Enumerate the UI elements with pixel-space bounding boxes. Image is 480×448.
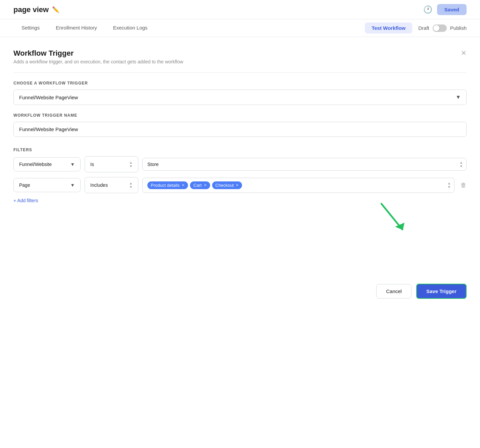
- main-content: Workflow Trigger Adds a workflow trigger…: [0, 37, 480, 235]
- green-arrow-svg: [371, 197, 415, 240]
- filter-operator-select-2[interactable]: Includes ▲▼: [85, 177, 138, 193]
- delete-filter-icon[interactable]: 🗑: [461, 182, 467, 189]
- cancel-button[interactable]: Cancel: [376, 284, 412, 298]
- chevron-down-icon: ▼: [70, 162, 75, 167]
- nav-tabs-right: Test Workflow Draft Publish: [365, 22, 467, 34]
- filter-target-box-1[interactable]: Store ▲▼: [142, 158, 467, 171]
- svg-marker-1: [395, 223, 404, 230]
- section-trigger-label: CHOOSE A WORKFLOW TRIGGER: [13, 81, 467, 86]
- trigger-type-dropdown[interactable]: Funnel/Website PageView ▼: [13, 90, 467, 105]
- sort-arrows-icon: ▲▼: [447, 181, 451, 189]
- edit-icon[interactable]: ✏️: [52, 6, 59, 13]
- toggle-knob: [433, 25, 439, 31]
- add-filters-label: + Add filters: [13, 198, 38, 203]
- filter-row-2: Page ▼ Includes ▲▼ Product details ✕ Car…: [13, 177, 467, 193]
- filter-type-dropdown-2[interactable]: Page ▼: [13, 178, 81, 192]
- sort-arrows-icon: ▲▼: [129, 181, 133, 189]
- tag-label: Checkout: [215, 183, 234, 188]
- chevron-down-icon: ▼: [70, 182, 75, 188]
- save-trigger-button[interactable]: Save Trigger: [416, 284, 467, 299]
- draft-publish-toggle: Draft Publish: [418, 24, 467, 32]
- sort-arrows-icon: ▲▼: [460, 161, 463, 168]
- tag-cart[interactable]: Cart ✕: [190, 181, 210, 189]
- filter-target-value-1: Store: [147, 162, 158, 167]
- trigger-name-input[interactable]: [13, 122, 467, 137]
- section-filters-label: FILTERS: [13, 148, 467, 152]
- publish-toggle[interactable]: [433, 24, 447, 32]
- tag-product-details[interactable]: Product details ✕: [147, 181, 188, 189]
- filters-section: FILTERS Funnel/Website ▼ Is ▲▼ Store ▲▼ …: [13, 148, 467, 203]
- publish-label: Publish: [450, 25, 467, 31]
- tag-label: Product details: [151, 183, 180, 188]
- top-bar: page view ✏️ 🕐 Saved: [0, 0, 480, 19]
- draft-label: Draft: [418, 25, 429, 31]
- filter-row-1: Funnel/Website ▼ Is ▲▼ Store ▲▼: [13, 156, 467, 172]
- section-name-label: WORKFLOW TRIGGER NAME: [13, 113, 467, 118]
- history-icon[interactable]: 🕐: [423, 5, 432, 14]
- top-bar-right: 🕐 Saved: [423, 4, 467, 15]
- saved-button[interactable]: Saved: [437, 4, 467, 15]
- filter-type-value-1: Funnel/Website: [19, 162, 52, 167]
- tag-checkout[interactable]: Checkout ✕: [212, 181, 242, 189]
- filter-operator-value-1: Is: [90, 162, 94, 167]
- filter-tags-box[interactable]: Product details ✕ Cart ✕ Checkout ✕ ▲▼: [142, 178, 454, 193]
- trigger-title: Workflow Trigger: [13, 49, 183, 58]
- trigger-header: Workflow Trigger Adds a workflow trigger…: [13, 49, 467, 64]
- close-icon[interactable]: ✕: [461, 49, 467, 57]
- tag-close-icon[interactable]: ✕: [236, 183, 239, 187]
- divider: [13, 72, 467, 73]
- trigger-type-value: Funnel/Website PageView: [19, 95, 78, 100]
- trigger-header-text: Workflow Trigger Adds a workflow trigger…: [13, 49, 183, 64]
- nav-tabs-left: Settings Enrollment History Execution Lo…: [13, 19, 155, 37]
- nav-tabs: Settings Enrollment History Execution Lo…: [0, 19, 480, 37]
- tag-close-icon[interactable]: ✕: [204, 183, 207, 187]
- page-title: page view: [13, 5, 49, 14]
- filter-type-value-2: Page: [19, 182, 30, 188]
- filter-operator-value-2: Includes: [90, 182, 108, 188]
- tag-label: Cart: [193, 183, 202, 188]
- tab-execution-logs[interactable]: Execution Logs: [105, 19, 156, 37]
- tab-settings[interactable]: Settings: [13, 19, 48, 37]
- tag-close-icon[interactable]: ✕: [182, 183, 185, 187]
- tab-enrollment-history[interactable]: Enrollment History: [48, 19, 105, 37]
- filter-operator-select-1[interactable]: Is ▲▼: [85, 156, 138, 172]
- test-workflow-button[interactable]: Test Workflow: [365, 22, 412, 34]
- sort-arrows-icon: ▲▼: [129, 161, 133, 168]
- filter-type-dropdown-1[interactable]: Funnel/Website ▼: [13, 157, 81, 171]
- chevron-down-icon: ▼: [455, 94, 461, 100]
- top-bar-left: page view ✏️: [13, 5, 59, 14]
- bottom-buttons: Cancel Save Trigger: [0, 276, 480, 310]
- trigger-subtitle: Adds a workflow trigger, and on executio…: [13, 59, 183, 64]
